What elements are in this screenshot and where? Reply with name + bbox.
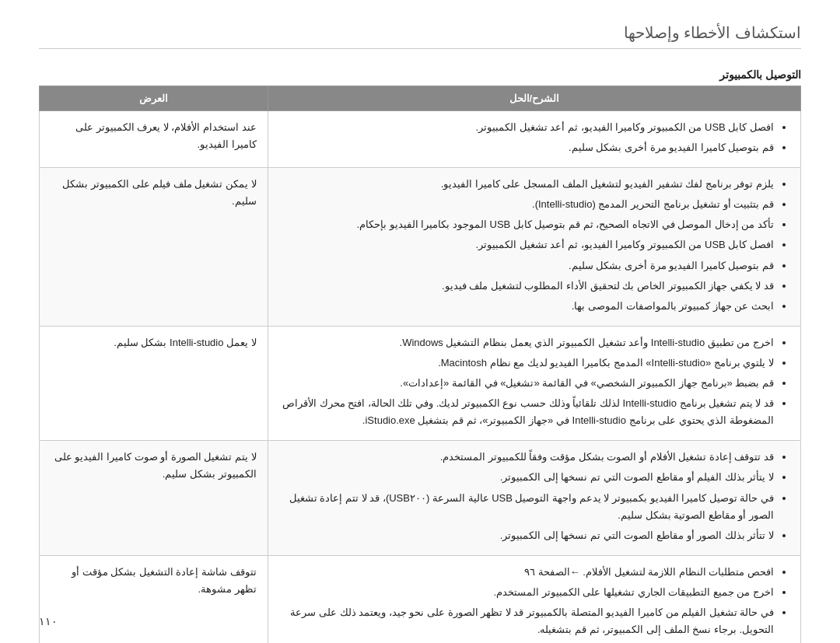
page-title: استكشاف الأخطاء وإصلاحها xyxy=(39,23,801,49)
list-item: يلزم توفر برنامج لفك تشفير الفيديو لتشغي… xyxy=(279,176,774,193)
table-row: افحص متطلبات النظام اللازمة لتشغيل الأفل… xyxy=(40,555,801,643)
section-title-0: التوصيل بالكمبيوتر xyxy=(39,68,801,81)
list-item: في حالة توصيل كاميرا الفيديو بكمبيوتر لا… xyxy=(279,490,774,524)
cell-sharh-0-1: يلزم توفر برنامج لفك تشفير الفيديو لتشغي… xyxy=(268,168,800,327)
cell-sharh-0-0: افصل كابل USB من الكمبيوتر وكاميرا الفيد… xyxy=(268,111,800,168)
table-row: اخرج من تطبيق Intelli-studio وأعد تشغيل … xyxy=(40,326,801,440)
table-0: الشرح/الحلالعرضافصل كابل USB من الكمبيوت… xyxy=(39,86,801,643)
table-row: قد تتوقف إعادة تشغيل الأفلام أو الصوت بش… xyxy=(40,441,801,555)
list-item: افحص متطلبات النظام اللازمة لتشغيل الأفل… xyxy=(279,564,774,581)
list-item: افصل كابل USB من الكمبيوتر وكاميرا الفيد… xyxy=(279,119,774,136)
cell-ard-0-0: عند استخدام الأفلام، لا يعرف الكمبيوتر ع… xyxy=(40,111,268,168)
list-item: قم بتوصيل كاميرا الفيديو مرة أخرى بشكل س… xyxy=(279,139,774,156)
list-item: قم بضبط «برنامج جهاز الكمبيوتر الشخصي» ف… xyxy=(279,375,774,392)
page-number: ١١٠ xyxy=(39,615,58,627)
list-item: ابحث عن جهاز كمبيوتر بالمواصفات الموصى ب… xyxy=(279,298,774,315)
list-item: قم بتثبيت أو تشغيل برنامج التحرير المدمج… xyxy=(279,196,774,213)
list-item: لا تتأثر بذلك الصور أو مقاطع الصوت التي … xyxy=(279,527,774,544)
list-item: لا يلتوي برنامج «Intelli-studio» المدمج … xyxy=(279,355,774,372)
list-item: افصل كابل USB من الكمبيوتر وكاميرا الفيد… xyxy=(279,236,774,253)
list-item: قد لا يكفي جهاز الكمبيوتر الخاص بك لتحقي… xyxy=(279,278,774,295)
list-item: قم بتوصيل كاميرا الفيديو مرة أخرى بشكل س… xyxy=(279,257,774,274)
list-item: اخرج من تطبيق Intelli-studio وأعد تشغيل … xyxy=(279,334,774,351)
table-row: يلزم توفر برنامج لفك تشفير الفيديو لتشغي… xyxy=(40,168,801,327)
cell-sharh-0-4: افحص متطلبات النظام اللازمة لتشغيل الأفل… xyxy=(268,555,800,643)
list-item: قد تتوقف إعادة تشغيل الأفلام أو الصوت بش… xyxy=(279,449,774,466)
list-item: في حالة تشغيل الفيلم من كاميرا الفيديو ا… xyxy=(279,604,774,638)
cell-sharh-0-2: اخرج من تطبيق Intelli-studio وأعد تشغيل … xyxy=(268,326,800,440)
cell-ard-0-4: تتوقف شاشة إعادة التشغيل بشكل مؤقت أو تظ… xyxy=(40,555,268,643)
cell-ard-0-2: لا يعمل Intelli-studio بشكل سليم. xyxy=(40,326,268,440)
list-item: اخرج من جميع التطبيقات الجاري تشغيلها عل… xyxy=(279,584,774,601)
table-row: افصل كابل USB من الكمبيوتر وكاميرا الفيد… xyxy=(40,111,801,168)
cell-ard-0-1: لا يمكن تشغيل ملف فيلم على الكمبيوتر بشك… xyxy=(40,168,268,327)
list-item: تأكد من إدخال الموصل في الاتجاه الصحيح، … xyxy=(279,216,774,233)
col-header-sharh: الشرح/الحل xyxy=(268,86,800,111)
col-header-ard: العرض xyxy=(40,86,268,111)
cell-sharh-0-3: قد تتوقف إعادة تشغيل الأفلام أو الصوت بش… xyxy=(268,441,800,555)
section-0: التوصيل بالكمبيوترالشرح/الحلالعرضافصل كا… xyxy=(39,68,801,643)
list-item: لا يتأثر بذلك الفيلم أو مقاطع الصوت التي… xyxy=(279,469,774,486)
list-item: قد لا يتم تشغيل برنامج Intelli-studio لذ… xyxy=(279,395,774,429)
cell-ard-0-3: لا يتم تشغيل الصورة أو صوت كاميرا الفيدي… xyxy=(40,441,268,555)
